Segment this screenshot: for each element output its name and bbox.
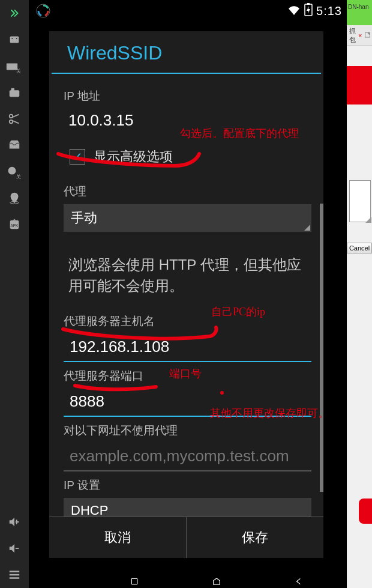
scissors-icon[interactable] [0,106,29,132]
status-time: 5:13 [316,4,342,18]
svg-rect-4 [10,90,20,97]
menu-icon[interactable] [0,562,29,588]
dialog-buttons: 取消 保存 [49,517,323,558]
advanced-checkbox[interactable]: ✓ [70,149,85,165]
ip-address-label: IP 地址 [64,88,311,104]
advanced-options-row[interactable]: ✓ 显示高级选项 [64,136,311,178]
wifi-settings-dialog: WiredSSID IP 地址 10.0.3.15 ✓ 显示高级选项 代理 手动… [49,31,323,558]
save-button[interactable]: 保存 [187,517,323,558]
svg-rect-14 [307,3,310,5]
right-red-float [359,499,372,524]
proxy-host-input[interactable]: 192.168.1.108 [64,334,311,362]
svg-point-8 [8,167,16,175]
volume-down-icon[interactable] [0,535,29,562]
volume-up-icon[interactable] [0,509,29,535]
ip-settings-spinner[interactable]: DHCP [64,498,311,517]
proxy-info-text: 浏览器会使用 HTTP 代理，但其他应用可能不会使用。 [64,237,311,308]
proxy-label: 代理 [64,184,311,199]
proxy-port-input[interactable]: 8888 [64,389,311,417]
bypass-input[interactable]: example.com,mycomp.test.com [64,443,311,471]
battery-icon [304,3,313,19]
edit-icon[interactable] [364,31,371,40]
svg-rect-17 [132,578,137,584]
proxy-host-label: 代理服务器主机名 [64,314,311,329]
right-tab[interactable]: 抓包 × [347,25,372,46]
right-window-edge: DN-han 抓包 × Cancel [347,0,372,588]
app-logo-icon [36,4,50,18]
expand-icon[interactable] [0,0,29,26]
apk-icon[interactable]: APK [0,211,29,238]
wifi-icon [287,4,301,18]
svg-point-2 [16,38,17,39]
right-titlebar: DN-han [347,0,372,25]
nav-recent-icon[interactable] [127,577,142,588]
right-red-block [347,66,372,105]
svg-point-1 [11,38,13,39]
android-nav-bar [58,577,372,588]
nav-back-icon[interactable] [292,577,306,588]
scrollbar[interactable] [320,204,323,492]
nav-home-icon[interactable] [209,577,224,588]
android-icon[interactable] [0,26,29,53]
keyboard-icon[interactable]: 关 [0,53,29,79]
svg-rect-0 [10,37,19,43]
ip-address-value: 10.0.3.15 [64,109,311,136]
svg-text:APK: APK [11,223,19,228]
inbox-icon[interactable] [0,132,29,159]
bypass-label: 对以下网址不使用代理 [64,423,311,438]
ip-settings-label: IP 设置 [64,477,311,493]
camera-icon[interactable] [0,79,29,106]
proxy-port-label: 代理服务器端口 [64,368,311,384]
svg-rect-5 [11,88,15,91]
emulator-sidebar: 关 关 APK [0,0,29,588]
webcam-icon[interactable]: 关 [0,159,29,185]
advanced-label: 显示高级选项 [94,148,173,166]
proxy-spinner[interactable]: 手动 [64,204,311,232]
location-icon[interactable] [0,185,29,211]
dialog-title: WiredSSID [49,31,323,73]
status-bar: 5:13 [29,0,347,22]
right-cancel-button[interactable]: Cancel [347,243,372,253]
right-textarea[interactable] [349,180,371,222]
close-icon[interactable]: × [358,32,362,39]
cancel-button[interactable]: 取消 [49,517,187,558]
